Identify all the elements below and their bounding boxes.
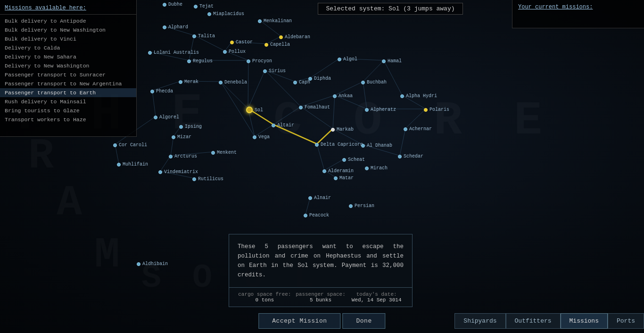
star-diphda[interactable]: Diphda <box>308 76 331 81</box>
star-vega[interactable]: Vega <box>253 134 270 140</box>
star-fomalhaut[interactable]: Fomalhaut <box>299 105 330 110</box>
mission-item-transport-workers-haze[interactable]: Transport workers to Haze <box>0 115 136 124</box>
mission-item-delivery-calda[interactable]: Delivery to Calda <box>0 43 136 52</box>
date-label: today's date: <box>348 291 405 297</box>
star-dot-capella <box>264 43 268 47</box>
star-scheat[interactable]: Scheat <box>342 157 365 162</box>
star-hamal[interactable]: Hamal <box>382 58 402 64</box>
star-procyon[interactable]: Procyon <box>247 58 272 64</box>
mission-item-delivery-new-washington[interactable]: Delivery to New Washington <box>0 61 136 70</box>
star-mizar[interactable]: Mizar <box>172 134 191 140</box>
star-altair[interactable]: Altair <box>272 123 294 128</box>
star-label-muhlifain: Muhlifain <box>123 162 148 167</box>
mission-item-rush-mainsail[interactable]: Rush delivery to Mainsail <box>0 97 136 106</box>
star-achernar[interactable]: Achernar <box>404 126 432 132</box>
star-label-menkent: Menkent <box>217 150 237 155</box>
star-ankaa[interactable]: Ankaa <box>333 93 353 99</box>
star-label-regulus: Regulus <box>193 58 213 64</box>
star-cor-caroli[interactable]: Cor Caroli <box>113 142 147 148</box>
star-alpheratz[interactable]: Alpheratz <box>365 107 396 112</box>
star-label-phecda: Phecda <box>156 89 173 94</box>
star-label-denebola: Denebola <box>224 80 247 85</box>
cargo-label: cargo space free: <box>237 291 293 297</box>
star-merak[interactable]: Merak <box>179 79 198 84</box>
mission-item-passenger-earth[interactable]: Passenger transport to Earth <box>0 88 136 97</box>
star-al-dhanab[interactable]: Al Dhanab <box>361 143 392 148</box>
star-arcturus[interactable]: Arcturus <box>169 154 197 159</box>
star-label-mirach: Mirach <box>371 166 388 171</box>
mission-item-passenger-new-argentina[interactable]: Passenger transport to New Argentina <box>0 79 136 88</box>
star-alderamin[interactable]: Alderamin <box>322 168 354 174</box>
star-sol[interactable]: Sol <box>246 107 263 113</box>
star-dot-alpheratz <box>365 108 369 112</box>
mission-item-bulk-antipode[interactable]: Bulk delivery to Antipode <box>0 17 136 25</box>
star-menkent[interactable]: Menkent <box>211 150 237 155</box>
accept-mission-button[interactable]: Accept Mission <box>258 313 340 329</box>
star-persian[interactable]: Persian <box>349 203 374 208</box>
star-label-alpha-hydri: Alpha Hydri <box>406 93 437 99</box>
outfitters-button[interactable]: Outfitters <box>506 313 561 329</box>
mission-description: These 5 passengers want to escape the po… <box>229 234 412 287</box>
mission-info-panel: These 5 passengers want to escape the po… <box>229 234 413 307</box>
star-dot-polaris <box>424 108 428 112</box>
star-peacock[interactable]: Peacock <box>304 213 329 218</box>
star-castor[interactable]: Castor <box>230 40 253 45</box>
star-schedar[interactable]: Schedar <box>398 154 423 159</box>
mission-item-bring-tourists-glaze[interactable]: Bring tourists to Glaze <box>0 106 136 115</box>
date-value: Wed, 14 Sep 3014 <box>348 297 405 303</box>
star-sirius[interactable]: Sirius <box>263 68 286 74</box>
star-label-algorel: Algorel <box>159 115 179 120</box>
star-matar[interactable]: Matar <box>334 175 354 181</box>
mission-item-passenger-sunracer[interactable]: Passenger transport to Sunracer <box>0 70 136 79</box>
star-buchbah[interactable]: Buchbah <box>361 80 387 85</box>
mission-item-bulk-vinci[interactable]: Bulk delivery to Vinci <box>0 34 136 43</box>
star-aldebaran[interactable]: Aldebaran <box>279 34 310 40</box>
star-menkalinan[interactable]: Menkalinan <box>258 18 292 24</box>
star-muhlifain[interactable]: Muhlifain <box>117 162 148 167</box>
cargo-value: 0 tons <box>237 297 293 303</box>
star-lolani-australis[interactable]: Lolani Australis <box>148 50 199 55</box>
star-label-aldebaran: Aldebaran <box>285 34 310 40</box>
mission-item-delivery-new-sahara[interactable]: Delivery to New Sahara <box>0 52 136 61</box>
ports-button[interactable]: Ports <box>608 313 644 329</box>
passenger-stat: passenger space: 5 bunks <box>293 291 349 303</box>
star-pollux[interactable]: Pollux <box>223 49 246 54</box>
done-button[interactable]: Done <box>343 313 386 329</box>
star-capella[interactable]: Capella <box>264 42 290 47</box>
star-dot-muhlifain <box>117 163 121 166</box>
star-ipsing[interactable]: Ipsing <box>179 124 202 129</box>
star-dot-hamal <box>382 59 386 63</box>
star-dot-ankaa <box>333 94 337 98</box>
star-mirach[interactable]: Mirach <box>365 166 388 171</box>
star-algorel[interactable]: Algorel <box>154 115 179 120</box>
star-polaris[interactable]: Polaris <box>424 107 449 112</box>
star-label-alpheratz: Alpheratz <box>371 107 396 112</box>
star-delta-cap[interactable]: Delta Capricorn <box>315 142 363 147</box>
star-alphard[interactable]: Alphard <box>163 25 188 30</box>
star-phecda[interactable]: Phecda <box>150 89 173 94</box>
star-aldhibain[interactable]: Aldhibain <box>137 261 168 266</box>
star-label-altair: Altair <box>277 123 294 128</box>
star-alnair[interactable]: Alnair <box>308 195 331 200</box>
star-label-sirius: Sirius <box>269 68 286 74</box>
star-alpha-hydri[interactable]: Alpha Hydri <box>400 93 437 99</box>
star-algol[interactable]: Algol <box>338 57 357 62</box>
star-markab[interactable]: Markab <box>331 127 354 132</box>
star-caph[interactable]: Caph <box>293 80 310 85</box>
star-vindemiatrix[interactable]: Vindemiatrix <box>158 169 198 175</box>
mission-item-bulk-new-washington[interactable]: Bulk delivery to New Washington <box>0 25 136 34</box>
star-regulus[interactable]: Regulus <box>187 58 213 64</box>
star-label-schedar: Schedar <box>404 154 423 159</box>
star-talita[interactable]: Talita <box>192 33 215 39</box>
star-dot-diphda <box>308 77 312 81</box>
star-denebola[interactable]: Denebola <box>219 80 247 85</box>
star-label-polaris: Polaris <box>429 107 449 112</box>
current-missions-title: Your current missions: <box>518 4 638 10</box>
star-label-menkalinan: Menkalinan <box>264 18 292 24</box>
star-dot-menkent <box>211 151 215 155</box>
missions-button[interactable]: Missions <box>561 313 608 329</box>
star-rutilicus[interactable]: Rutilicus <box>192 176 223 182</box>
star-label-mizar: Mizar <box>177 134 191 140</box>
shipyards-button[interactable]: Shipyards <box>454 313 505 329</box>
star-dot-aldebaran <box>279 35 283 39</box>
